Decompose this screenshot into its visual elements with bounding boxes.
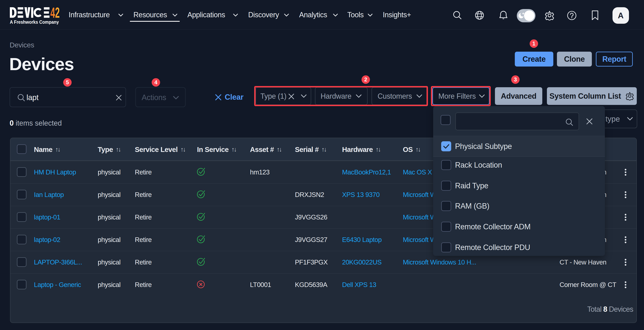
svg-text:A Freshworks Company: A Freshworks Company [10,20,59,25]
svg-text:42: 42 [50,7,60,21]
